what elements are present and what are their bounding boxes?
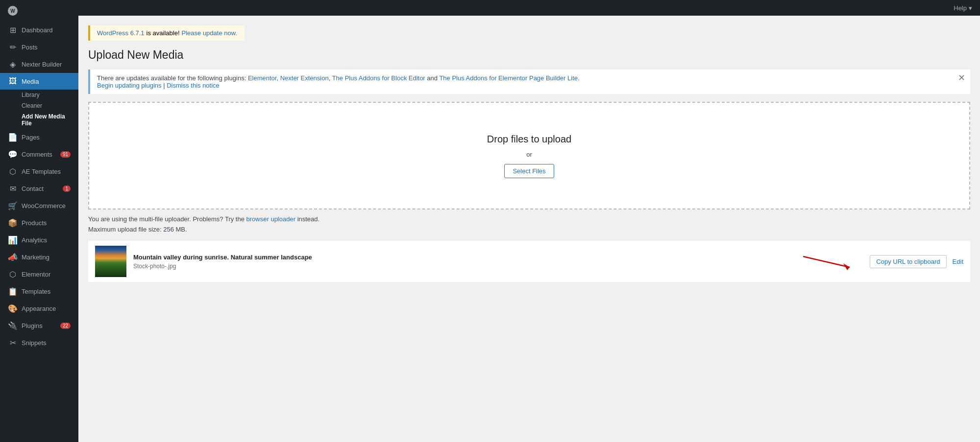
media-item: Mountain valley during sunrise. Natural …: [88, 241, 970, 282]
sidebar-item-posts[interactable]: ✏ Posts: [0, 39, 78, 56]
sidebar-subitem-label: Cleaner: [22, 102, 42, 109]
browser-uploader-link[interactable]: browser uploader: [246, 215, 295, 223]
content-area: WordPress 6.7.1 is available! Please upd…: [78, 16, 980, 442]
comments-icon: 💬: [8, 150, 18, 159]
pages-icon: 📄: [8, 133, 18, 142]
sidebar-subitem-add-new-media[interactable]: Add New Media File: [0, 111, 78, 129]
svg-line-0: [803, 256, 850, 267]
help-chevron-icon: ▾: [969, 4, 972, 12]
plugin2-link[interactable]: Nexter Extension: [280, 74, 329, 82]
woocommerce-icon: 🛒: [8, 201, 18, 210]
sidebar-item-label: AE Templates: [22, 168, 61, 175]
sidebar-item-nexter-builder[interactable]: ◈ Nexter Builder: [0, 56, 78, 73]
plugin1-link[interactable]: Elementor: [248, 74, 277, 82]
appearance-icon: 🎨: [8, 304, 18, 313]
red-arrow: [803, 252, 862, 271]
wp-logo-icon: W: [8, 6, 18, 16]
ae-templates-icon: ⬡: [8, 167, 18, 176]
media-icon: 🖼: [8, 77, 18, 86]
sidebar-item-media[interactable]: 🖼 Media: [0, 73, 78, 90]
sidebar-item-products[interactable]: 📦 Products: [0, 214, 78, 232]
sidebar-item-label: Plugins: [22, 322, 43, 329]
sidebar-item-label: Nexter Builder: [22, 61, 62, 68]
plugin-notice-text: There are updates available for the foll…: [97, 74, 580, 82]
sidebar-item-label: Templates: [22, 288, 50, 295]
dashboard-icon: ⊞: [8, 25, 18, 35]
sidebar-subitem-label: Add New Media File: [22, 113, 65, 127]
sidebar-item-label: Elementor: [22, 271, 50, 278]
sidebar-item-label: Contact: [22, 185, 44, 192]
sidebar-item-appearance[interactable]: 🎨 Appearance: [0, 300, 78, 317]
sidebar-subitem-library[interactable]: Library: [0, 90, 78, 100]
contact-badge: 1: [63, 186, 71, 192]
topbar: Help ▾: [78, 0, 980, 16]
begin-updating-link[interactable]: Begin updating plugins: [97, 82, 162, 89]
file-drop-zone[interactable]: Drop files to upload or Select Files: [88, 102, 970, 209]
sidebar-item-dashboard[interactable]: ⊞ Dashboard: [0, 22, 78, 39]
sidebar-item-label: Media: [22, 78, 39, 85]
elementor-icon: ⬡: [8, 270, 18, 279]
sidebar-item-label: Dashboard: [22, 26, 53, 34]
help-label: Help: [954, 4, 967, 12]
help-button[interactable]: Help ▾: [954, 4, 972, 12]
sidebar-item-marketing[interactable]: 📣 Marketing: [0, 249, 78, 266]
sidebar-item-label: Products: [22, 219, 47, 227]
sidebar-item-label: Pages: [22, 134, 40, 141]
nexter-icon: ◈: [8, 60, 18, 69]
select-files-button[interactable]: Select Files: [504, 164, 554, 178]
sidebar-item-label: Analytics: [22, 236, 47, 244]
sidebar-item-plugins[interactable]: 🔌 Plugins 22: [0, 317, 78, 334]
media-title: Mountain valley during sunrise. Natural …: [133, 254, 796, 261]
media-filename: Stock-photo-.jpg: [133, 263, 796, 270]
marketing-icon: 📣: [8, 253, 18, 262]
max-upload-size: Maximum upload file size: 256 MB.: [88, 226, 970, 233]
wp-version-link[interactable]: WordPress 6.7.1: [97, 29, 145, 37]
edit-link[interactable]: Edit: [953, 258, 963, 265]
media-actions: Copy URL to clipboard Edit: [803, 252, 963, 271]
sidebar-item-label: Posts: [22, 44, 38, 51]
templates-icon: 📋: [8, 287, 18, 296]
media-info: Mountain valley during sunrise. Natural …: [133, 254, 796, 270]
update-now-link[interactable]: Please update now.: [182, 29, 237, 37]
sidebar-item-contact[interactable]: ✉ Contact 1: [0, 180, 78, 197]
plugin3-link[interactable]: The Plus Addons for Block Editor: [332, 74, 425, 82]
wp-update-notice: WordPress 6.7.1 is available! Please upd…: [88, 25, 244, 41]
sidebar-subitem-cleaner[interactable]: Cleaner: [0, 100, 78, 111]
plugin-update-notice: There are updates available for the foll…: [88, 70, 970, 94]
comments-badge: 91: [60, 151, 71, 158]
dismiss-notice-link[interactable]: Dismiss this notice: [167, 82, 220, 89]
snippets-icon: ✂: [8, 338, 18, 348]
sidebar-item-pages[interactable]: 📄 Pages: [0, 129, 78, 146]
plugin4-link[interactable]: The Plus Addons for Elementor Page Build…: [439, 74, 578, 82]
sidebar-item-analytics[interactable]: 📊 Analytics: [0, 232, 78, 249]
media-thumbnail: [95, 246, 126, 277]
analytics-icon: 📊: [8, 235, 18, 245]
uploader-info: You are using the multi-file uploader. P…: [88, 215, 970, 223]
sidebar: W ⊞ Dashboard ✏ Posts ◈ Nexter Builder 🖼…: [0, 0, 78, 442]
copy-url-button[interactable]: Copy URL to clipboard: [870, 255, 946, 268]
main-content: Help ▾ WordPress 6.7.1 is available! Ple…: [78, 0, 980, 442]
sidebar-item-comments[interactable]: 💬 Comments 91: [0, 146, 78, 163]
plugins-badge: 22: [60, 323, 71, 329]
sidebar-item-label: Marketing: [22, 254, 49, 261]
sidebar-item-label: WooCommerce: [22, 202, 66, 209]
sidebar-item-templates[interactable]: 📋 Templates: [0, 283, 78, 300]
sidebar-item-woocommerce[interactable]: 🛒 WooCommerce: [0, 197, 78, 214]
posts-icon: ✏: [8, 43, 18, 52]
drop-zone-or: or: [526, 151, 532, 158]
drop-zone-text: Drop files to upload: [487, 134, 571, 145]
products-icon: 📦: [8, 218, 18, 228]
sidebar-item-snippets[interactable]: ✂ Snippets: [0, 334, 78, 351]
sidebar-subitem-label: Library: [22, 92, 40, 98]
sidebar-item-label: Snippets: [22, 339, 47, 347]
page-title: Upload New Media: [88, 48, 970, 62]
wp-logo: W: [0, 0, 78, 22]
contact-icon: ✉: [8, 184, 18, 193]
plugins-icon: 🔌: [8, 321, 18, 330]
sidebar-item-ae-templates[interactable]: ⬡ AE Templates: [0, 163, 78, 180]
sidebar-item-label: Comments: [22, 151, 52, 158]
notice-message: is available!: [147, 29, 180, 37]
notice-dismiss-button[interactable]: ✕: [958, 73, 965, 82]
sidebar-item-elementor[interactable]: ⬡ Elementor: [0, 266, 78, 283]
sidebar-item-label: Appearance: [22, 305, 56, 312]
